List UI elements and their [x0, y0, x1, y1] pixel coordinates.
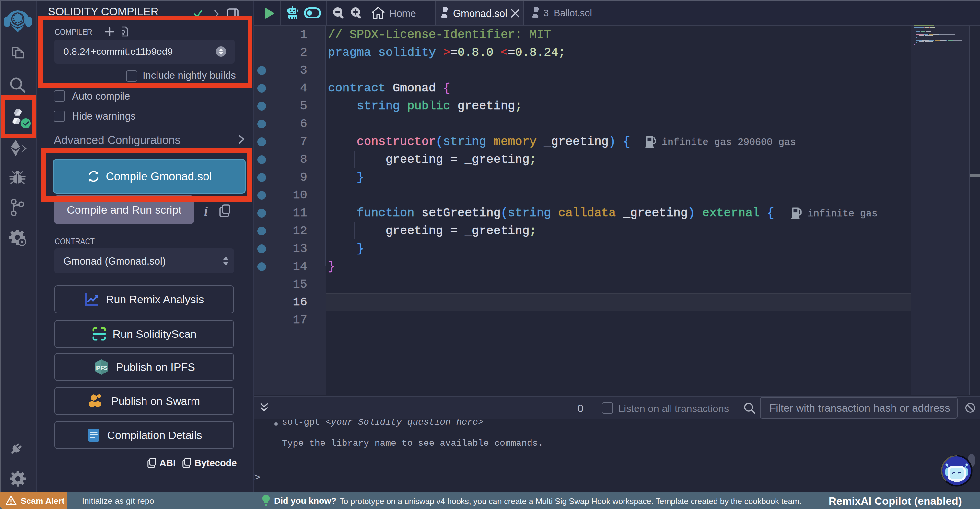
svg-text:IPFS: IPFS: [95, 365, 108, 371]
